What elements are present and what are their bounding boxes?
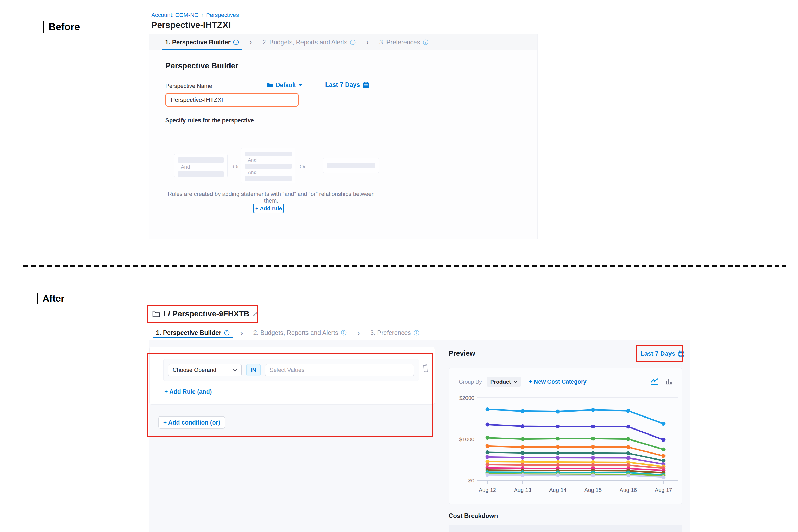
cost-breakdown-card-edge [449,525,682,532]
chart-type-toggle [650,378,672,386]
group-by-select[interactable]: Product [487,377,521,387]
cost-breakdown-heading: Cost Breakdown [449,512,498,519]
after-section-label-text: After [42,293,64,304]
breadcrumb-account-link[interactable]: Account: CCM-NG [151,12,199,19]
info-icon [350,39,356,45]
before-tab-bar: 1. Perspective Builder › 2. Budgets, Rep… [149,34,537,50]
operand-select-value: Choose Operand [173,367,216,374]
skeleton-rule-card-3 [323,158,379,173]
skeleton-bar [245,152,291,156]
tab-preferences[interactable]: 3. Preferences [367,327,422,339]
skeleton-bar [178,157,224,163]
before-after-divider [23,265,786,267]
tab-label: 1. Perspective Builder [156,329,222,337]
tab-separator-icon: › [359,34,376,50]
after-tab-bar: 1. Perspective Builder › 2. Budgets, Rep… [153,327,422,339]
perspective-name-input-value: Perspective-IHTZXI [171,96,223,103]
tab-perspective-builder[interactable]: 1. Perspective Builder [162,34,242,50]
rule-row: Choose Operand IN [163,359,419,381]
rules-help-text: Rules are created by adding statements w… [167,191,376,204]
skeleton-bar [327,163,375,168]
tab-perspective-builder[interactable]: 1. Perspective Builder [153,327,233,339]
page: Before Account: CCM-NG › Perspectives Pe… [0,0,798,532]
folder-selector[interactable]: Default [267,82,302,89]
add-rule-and-link[interactable]: + Add Rule (and) [164,388,212,395]
tab-label: 2. Budgets, Reports and Alerts [262,39,347,46]
add-condition-or-button[interactable]: + Add condition (or) [158,416,225,429]
tab-separator-icon: › [242,34,260,50]
calendar-icon [678,350,685,357]
skeleton-bar [245,164,291,169]
skeleton-and-label: And [245,156,291,164]
tab-separator-icon: › [233,327,250,339]
info-icon [341,330,347,336]
after-section-label: After [37,293,64,304]
group-by-value: Product [490,379,511,385]
folder-selector-value: Default [276,82,296,89]
breadcrumb-perspectives-link[interactable]: Perspectives [206,12,239,19]
group-by-row: Group By Product + New Cost Category [459,377,672,387]
info-icon [414,330,419,336]
before-card: 1. Perspective Builder › 2. Budgets, Rep… [149,34,538,240]
builder-heading: Perspective Builder [165,61,239,70]
after-page-title: ! / Perspective-9FHXTB [163,309,249,318]
operand-select[interactable]: Choose Operand [168,364,242,376]
edit-pencil-icon[interactable] [252,310,259,317]
skeleton-and-label: And [245,169,291,176]
section-label-bar [37,293,38,304]
tab-label: 1. Perspective Builder [165,39,230,46]
skeleton-rule-card-2: And And [241,148,296,183]
svg-text:$0: $0 [468,477,474,483]
after-title-row: ! / Perspective-9FHXTB [152,309,259,318]
calendar-icon [362,81,369,89]
preview-heading: Preview [449,349,475,358]
text-cursor [224,96,224,103]
svg-text:Aug 16: Aug 16 [620,487,637,493]
date-range-value: Last 7 Days [325,81,360,89]
select-values-input[interactable] [265,364,414,376]
chevron-down-icon [233,368,237,372]
skeleton-and-label: And [178,163,224,171]
line-chart-icon[interactable] [650,378,659,386]
new-cost-category-link[interactable]: + New Cost Category [529,378,587,385]
folder-icon [267,83,273,88]
delete-trash-icon[interactable] [422,363,430,372]
tab-budgets-reports-alerts[interactable]: 2. Budgets, Reports and Alerts [259,34,359,50]
skeleton-bar [178,171,224,177]
perspective-name-input[interactable]: Perspective-IHTZXI [165,93,299,107]
specify-rules-label: Specify rules for the perspective [165,117,254,124]
after-date-range-picker[interactable]: Last 7 Days [641,350,685,357]
date-range-value: Last 7 Days [641,350,675,357]
operator-in-badge[interactable]: IN [246,364,261,376]
section-label-bar [42,21,44,33]
svg-text:Aug 15: Aug 15 [584,487,602,493]
caret-down-icon [299,84,302,87]
svg-text:$2000: $2000 [459,395,474,401]
tab-label: 2. Budgets, Reports and Alerts [253,329,338,337]
svg-text:Aug 17: Aug 17 [655,487,672,493]
folder-open-icon [152,310,160,317]
svg-text:Aug 13: Aug 13 [514,487,531,493]
add-rule-button[interactable]: + Add rule [253,204,284,213]
tab-preferences[interactable]: 3. Preferences [376,34,432,50]
before-page-title: Perspective-IHTZXI [151,20,231,30]
chevron-down-icon [513,380,517,383]
skeleton-or-label: Or [300,164,306,170]
bar-chart-icon[interactable] [665,378,672,386]
before-date-range-picker[interactable]: Last 7 Days [325,81,369,89]
svg-text:Aug 14: Aug 14 [549,487,567,493]
info-icon [224,330,230,336]
perspective-name-label: Perspective Name [165,83,212,90]
tab-budgets-reports-alerts[interactable]: 2. Budgets, Reports and Alerts [250,327,350,339]
tab-separator-icon: › [350,327,367,339]
tab-label: 3. Preferences [379,39,420,46]
preview-chart-svg: $0$1000$2000Aug 12Aug 13Aug 14Aug 15Aug … [454,392,681,498]
breadcrumb: Account: CCM-NG › Perspectives [151,12,239,19]
before-section-label-text: Before [49,21,80,33]
tab-label: 3. Preferences [370,329,411,337]
skeleton-bar [245,176,291,181]
svg-text:$1000: $1000 [459,436,474,442]
info-icon [423,39,429,45]
info-icon [233,39,239,45]
skeleton-or-label: Or [233,164,239,170]
